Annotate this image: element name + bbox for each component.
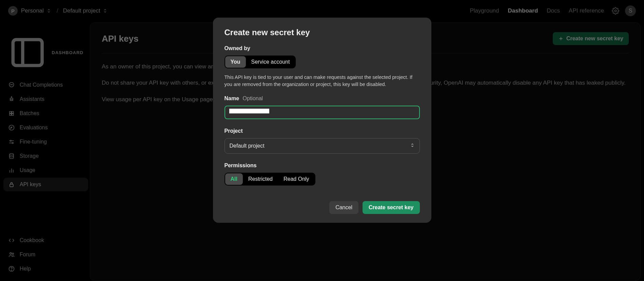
owned-by-service-account[interactable]: Service account xyxy=(246,56,295,68)
owned-by-label: Owned by xyxy=(225,45,420,51)
perm-all[interactable]: All xyxy=(225,173,243,185)
key-name-input[interactable] xyxy=(225,106,420,119)
create-secret-key-button[interactable]: Create secret key xyxy=(363,201,420,214)
redacted-text xyxy=(229,109,269,113)
create-key-dialog: Create new secret key Owned by You Servi… xyxy=(213,18,431,223)
owned-by-description: This API key is tied to your user and ca… xyxy=(225,74,420,88)
name-label-text: Name xyxy=(225,95,239,101)
permissions-toggle: All Restricted Read Only xyxy=(225,173,315,186)
cancel-button[interactable]: Cancel xyxy=(329,201,358,214)
perm-readonly[interactable]: Read Only xyxy=(278,173,315,185)
name-optional-text: Optional xyxy=(243,95,263,101)
chevron-updown-icon xyxy=(410,143,415,149)
modal-backdrop[interactable]: Create new secret key Owned by You Servi… xyxy=(0,0,644,281)
dialog-actions: Cancel Create secret key xyxy=(225,201,420,214)
perm-restricted[interactable]: Restricted xyxy=(243,173,278,185)
project-selected-value: Default project xyxy=(230,143,265,149)
permissions-label: Permissions xyxy=(225,163,420,169)
dialog-title: Create new secret key xyxy=(225,28,420,37)
project-select[interactable]: Default project xyxy=(225,138,420,154)
owned-by-toggle: You Service account xyxy=(225,56,296,68)
project-label: Project xyxy=(225,128,420,134)
owned-by-you[interactable]: You xyxy=(225,56,246,68)
name-label: Name Optional xyxy=(225,95,420,102)
